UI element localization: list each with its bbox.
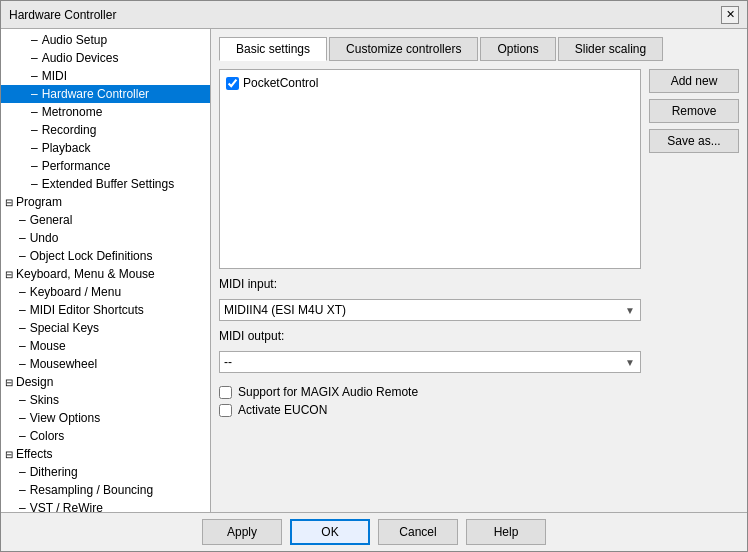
sidebar-item-design[interactable]: ⊟Design (1, 373, 210, 391)
title-bar: Hardware Controller ✕ (1, 1, 747, 29)
dash-icon: – (31, 177, 38, 191)
dash-icon: – (19, 231, 26, 245)
sidebar-item-performance[interactable]: –Performance (1, 157, 210, 175)
save-as-button[interactable]: Save as... (649, 129, 739, 153)
help-button[interactable]: Help (466, 519, 546, 545)
sidebar-item-playback[interactable]: –Playback (1, 139, 210, 157)
controller-list-box: PocketControl (219, 69, 641, 269)
sidebar-item-dithering[interactable]: –Dithering (1, 463, 210, 481)
dash-icon: – (31, 87, 38, 101)
dash-icon: – (31, 159, 38, 173)
sidebar-label: MIDI Editor Shortcuts (30, 303, 144, 317)
dash-icon: – (19, 357, 26, 371)
sidebar-item-mouse[interactable]: –Mouse (1, 337, 210, 355)
sidebar-item-general[interactable]: –General (1, 211, 210, 229)
sidebar-label: Keyboard, Menu & Mouse (16, 267, 155, 281)
sidebar-item-audio-devices[interactable]: –Audio Devices (1, 49, 210, 67)
close-button[interactable]: ✕ (721, 6, 739, 24)
midi-input-select[interactable]: MIDIIN4 (ESI M4U XT)--None (219, 299, 641, 321)
checkbox-magix-audio-remote[interactable] (219, 386, 232, 399)
sidebar-item-midi[interactable]: –MIDI (1, 67, 210, 85)
sidebar-label: View Options (30, 411, 100, 425)
sidebar-label: Keyboard / Menu (30, 285, 121, 299)
midi-output-select[interactable]: --MIDIOUT4 (ESI M4U XT)None (219, 351, 641, 373)
sidebar-item-effects[interactable]: ⊟Effects (1, 445, 210, 463)
sidebar-item-program[interactable]: ⊟Program (1, 193, 210, 211)
sidebar-label: Design (16, 375, 53, 389)
window-title: Hardware Controller (9, 8, 116, 22)
sidebar-label: VST / ReWire (30, 501, 103, 512)
tab-slider-scaling[interactable]: Slider scaling (558, 37, 663, 61)
dash-icon: – (19, 501, 26, 512)
checkbox-label-activate-eucon: Activate EUCON (238, 403, 327, 417)
checkbox-label-magix-audio-remote: Support for MAGIX Audio Remote (238, 385, 418, 399)
dash-icon: – (31, 33, 38, 47)
sidebar-label: Dithering (30, 465, 78, 479)
content-area: –Audio Setup–Audio Devices–MIDI–Hardware… (1, 29, 747, 512)
sidebar-item-undo[interactable]: –Undo (1, 229, 210, 247)
sidebar-item-special-keys[interactable]: –Special Keys (1, 319, 210, 337)
sidebar-label: MIDI (42, 69, 67, 83)
controller-label-pocket-control: PocketControl (243, 76, 318, 90)
sidebar-label: Recording (42, 123, 97, 137)
dash-icon: – (19, 249, 26, 263)
dash-icon: – (19, 411, 26, 425)
sidebar-item-extended-buffer[interactable]: –Extended Buffer Settings (1, 175, 210, 193)
tab-options[interactable]: Options (480, 37, 555, 61)
dash-icon: – (19, 483, 26, 497)
dash-icon: – (19, 285, 26, 299)
midi-output-label: MIDI output: (219, 329, 641, 343)
main-panel: Basic settingsCustomize controllersOptio… (211, 29, 747, 512)
sidebar-item-mousewheel[interactable]: –Mousewheel (1, 355, 210, 373)
sidebar-item-view-options[interactable]: –View Options (1, 409, 210, 427)
dash-icon: – (19, 303, 26, 317)
sidebar-item-vst-rewire[interactable]: –VST / ReWire (1, 499, 210, 512)
tab-basic-settings[interactable]: Basic settings (219, 37, 327, 61)
dash-icon: – (19, 213, 26, 227)
midi-input-section: MIDI input: MIDIIN4 (ESI M4U XT)--None (219, 277, 641, 321)
cancel-button[interactable]: Cancel (378, 519, 458, 545)
main-window: Hardware Controller ✕ –Audio Setup–Audio… (0, 0, 748, 552)
collapse-icon: ⊟ (5, 449, 13, 460)
midi-output-section: MIDI output: --MIDIOUT4 (ESI M4U XT)None (219, 329, 641, 373)
sidebar-item-audio-setup[interactable]: –Audio Setup (1, 31, 210, 49)
checkbox-row-activate-eucon: Activate EUCON (219, 403, 641, 417)
checkbox-activate-eucon[interactable] (219, 404, 232, 417)
sidebar-item-recording[interactable]: –Recording (1, 121, 210, 139)
sidebar-label: Colors (30, 429, 65, 443)
sidebar-item-keyboard-menu-mouse[interactable]: ⊟Keyboard, Menu & Mouse (1, 265, 210, 283)
add-new-button[interactable]: Add new (649, 69, 739, 93)
sidebar-label: Audio Setup (42, 33, 107, 47)
sidebar-item-colors[interactable]: –Colors (1, 427, 210, 445)
sidebar-item-keyboard-menu[interactable]: –Keyboard / Menu (1, 283, 210, 301)
sidebar-item-resampling[interactable]: –Resampling / Bouncing (1, 481, 210, 499)
dash-icon: – (31, 141, 38, 155)
left-section: PocketControl MIDI input: MIDIIN4 (ESI M… (219, 69, 641, 504)
controller-checkbox-pocket-control[interactable] (226, 77, 239, 90)
sidebar-item-skins[interactable]: –Skins (1, 391, 210, 409)
sidebar-item-hardware-controller[interactable]: –Hardware Controller (1, 85, 210, 103)
dash-icon: – (31, 51, 38, 65)
controller-item-pocket-control[interactable]: PocketControl (224, 74, 636, 92)
midi-input-select-wrapper: MIDIIN4 (ESI M4U XT)--None (219, 299, 641, 321)
ok-button[interactable]: OK (290, 519, 370, 545)
sidebar-label: Performance (42, 159, 111, 173)
sidebar-label: Hardware Controller (42, 87, 149, 101)
sidebar-label: Program (16, 195, 62, 209)
remove-button[interactable]: Remove (649, 99, 739, 123)
midi-output-select-wrapper: --MIDIOUT4 (ESI M4U XT)None (219, 351, 641, 373)
sidebar-label: Mouse (30, 339, 66, 353)
dash-icon: – (31, 69, 38, 83)
sidebar-label: Resampling / Bouncing (30, 483, 153, 497)
tab-bar: Basic settingsCustomize controllersOptio… (219, 37, 739, 61)
collapse-icon: ⊟ (5, 197, 13, 208)
dash-icon: – (31, 123, 38, 137)
sidebar-item-object-lock[interactable]: –Object Lock Definitions (1, 247, 210, 265)
dash-icon: – (19, 393, 26, 407)
sidebar-label: Undo (30, 231, 59, 245)
sidebar-item-midi-editor-shortcuts[interactable]: –MIDI Editor Shortcuts (1, 301, 210, 319)
sidebar-item-metronome[interactable]: –Metronome (1, 103, 210, 121)
tab-customize-controllers[interactable]: Customize controllers (329, 37, 478, 61)
apply-button[interactable]: Apply (202, 519, 282, 545)
checkbox-row-magix-audio-remote: Support for MAGIX Audio Remote (219, 385, 641, 399)
